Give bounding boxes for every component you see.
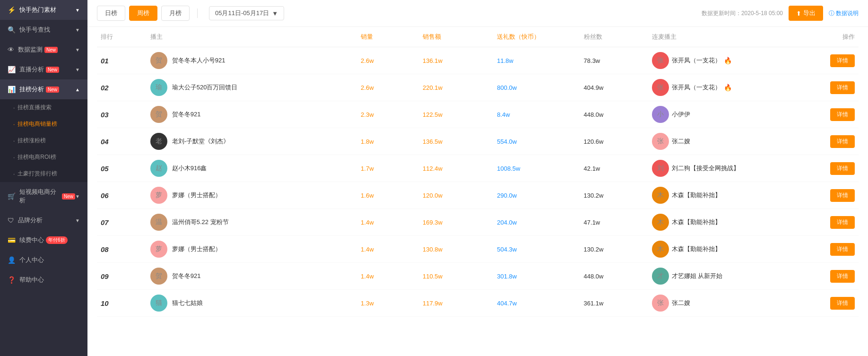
sidebar-sub-label: 土豪打赏排行榜 bbox=[17, 170, 57, 178]
detail-button[interactable]: 详情 bbox=[830, 243, 855, 256]
detail-button[interactable]: 详情 bbox=[830, 162, 855, 175]
sidebar-item-ecom-rank[interactable]: 挂榜电商销量榜 bbox=[0, 116, 87, 132]
link-streamer-name: 张开凤（一支花） bbox=[672, 56, 721, 65]
chevron-down-icon: ▼ bbox=[75, 218, 80, 223]
detail-button[interactable]: 详情 bbox=[830, 108, 855, 121]
amount-cell: 120.0w bbox=[419, 182, 493, 209]
update-time-label: 数据更新时间：2020-5-18 05:00 bbox=[702, 9, 783, 17]
link-streamer-name: 张二嫂 bbox=[672, 299, 690, 307]
op-cell: 详情 bbox=[797, 290, 859, 317]
streamer-cell-wrapper: 贺 贺冬冬本人小号921 bbox=[147, 47, 357, 74]
link-avatar: 小 bbox=[652, 106, 669, 123]
sidebar-sub-label: 挂榜涨粉榜 bbox=[17, 137, 46, 145]
col-header-rank: 排行 bbox=[97, 27, 147, 47]
new-badge: New bbox=[46, 67, 59, 73]
rank-cell: 07 bbox=[97, 209, 147, 236]
rank-cell: 10 bbox=[97, 290, 147, 317]
link-avatar: 木 bbox=[652, 241, 669, 258]
sidebar-item-renew[interactable]: 💳 续费中心 年付6折 bbox=[0, 230, 87, 250]
sales-value: 1.3w bbox=[361, 300, 373, 307]
gift-cell: 504.3w bbox=[493, 236, 580, 263]
fans-cell: 120.6w bbox=[580, 128, 648, 155]
sidebar-sub-label: 挂榜电商ROI榜 bbox=[17, 153, 56, 161]
amount-cell: 117.9w bbox=[419, 290, 493, 317]
streamer-name: 贺冬冬本人小号921 bbox=[172, 56, 226, 65]
detail-button[interactable]: 详情 bbox=[830, 216, 855, 229]
fans-value: 47.1w bbox=[584, 219, 600, 226]
link-avatar: 才 bbox=[652, 268, 669, 285]
table-row: 08 萝 萝娜（男士搭配） 1.4w 130.8w 504.3w 130.2w … bbox=[97, 236, 859, 263]
monitor-icon: 👁 bbox=[8, 46, 14, 53]
rank-cell: 06 bbox=[97, 182, 147, 209]
sidebar-item-hot-materials[interactable]: ⚡ 快手热门素材 ▼ bbox=[0, 0, 87, 20]
detail-button[interactable]: 详情 bbox=[830, 189, 855, 202]
streamer-name: 老刘-子默堂《刘杰》 bbox=[172, 137, 229, 146]
fans-cell: 130.2w bbox=[580, 236, 648, 263]
sidebar-item-tusha-rank[interactable]: 土豪打赏排行榜 bbox=[0, 165, 87, 182]
rank-cell: 03 bbox=[97, 101, 147, 128]
rank-number: 10 bbox=[101, 299, 109, 307]
table-container: 排行 播主 销量 销售额 送礼数（快币） 粉丝数 bbox=[87, 27, 868, 317]
streamer-cell-wrapper: 猫 猫七七姑娘 bbox=[147, 290, 357, 317]
sidebar-item-personal[interactable]: 👤 个人中心 bbox=[0, 250, 87, 270]
avatar: 猫 bbox=[150, 295, 167, 312]
sidebar-item-fans-rank[interactable]: 挂榜涨粉榜 bbox=[0, 132, 87, 149]
streamer-cell-wrapper: 贺 贺冬冬921 bbox=[147, 101, 357, 128]
sidebar-item-label: 品牌分析 bbox=[18, 216, 43, 225]
rank-cell: 02 bbox=[97, 74, 147, 101]
fans-cell: 448.0w bbox=[580, 263, 648, 290]
op-cell: 详情 bbox=[797, 47, 859, 74]
link-avatar: 张 bbox=[652, 295, 669, 312]
gift-value: 504.3w bbox=[497, 246, 517, 253]
sidebar-item-label: 短视频电商分析 bbox=[19, 188, 60, 205]
help-icon: ❓ bbox=[8, 276, 16, 284]
data-explain-link[interactable]: ⓘ 数据说明 bbox=[829, 9, 859, 17]
amount-cell: 169.3w bbox=[419, 209, 493, 236]
rank-number: 05 bbox=[101, 165, 109, 173]
amount-cell: 220.1w bbox=[419, 74, 493, 101]
sidebar-item-roi-rank[interactable]: 挂榜电商ROI榜 bbox=[0, 149, 87, 165]
tab-weekly[interactable]: 周榜 bbox=[129, 6, 157, 21]
gift-cell: 1008.5w bbox=[493, 155, 580, 182]
streamer-cell-wrapper: 温 温州俏哥5.22 宠粉节 bbox=[147, 209, 357, 236]
gift-value: 11.8w bbox=[497, 57, 513, 64]
gift-value: 290.0w bbox=[497, 192, 517, 199]
sidebar-item-rank-analysis[interactable]: 📊 挂榜分析 New ▲ bbox=[0, 79, 87, 99]
sidebar-item-live-search[interactable]: 挂榜直播搜索 bbox=[0, 99, 87, 116]
sidebar-item-data-monitor[interactable]: 👁 数据监测 New ▼ bbox=[0, 40, 87, 60]
tab-daily[interactable]: 日榜 bbox=[97, 6, 125, 21]
link-avatar: 刘 bbox=[652, 160, 669, 177]
link-streamer-cell: 张 张开凤（一支花） 🔥 bbox=[648, 47, 797, 74]
gift-value: 404.7w bbox=[497, 300, 517, 307]
chevron-down-icon: ▼ bbox=[75, 27, 80, 33]
streamer-name: 温州俏哥5.22 宠粉节 bbox=[172, 218, 229, 226]
sales-cell: 1.4w bbox=[357, 263, 419, 290]
detail-button[interactable]: 详情 bbox=[830, 297, 855, 310]
rank-number: 08 bbox=[101, 245, 109, 253]
sidebar-item-brand-analysis[interactable]: 🛡 品牌分析 ▼ bbox=[0, 210, 87, 230]
detail-button[interactable]: 详情 bbox=[830, 135, 855, 148]
detail-button[interactable]: 详情 bbox=[830, 270, 855, 283]
live-icon: 📈 bbox=[8, 66, 16, 73]
avatar: 老 bbox=[150, 133, 167, 150]
avatar: 贺 bbox=[150, 52, 167, 69]
table-row: 07 温 温州俏哥5.22 宠粉节 1.4w 169.3w 204.0w 47.… bbox=[97, 209, 859, 236]
fans-cell: 448.0w bbox=[580, 101, 648, 128]
detail-button[interactable]: 详情 bbox=[830, 81, 855, 94]
sidebar-item-live-analysis[interactable]: 📈 直播分析 New ▼ bbox=[0, 60, 87, 79]
sales-value: 2.3w bbox=[361, 111, 373, 118]
col-header-amount: 销售额 bbox=[419, 27, 493, 47]
date-range-selector[interactable]: 05月11日-05月17日 ▼ bbox=[209, 6, 284, 20]
sidebar-item-short-video[interactable]: 🛒 短视频电商分析 New ▼ bbox=[0, 182, 87, 210]
sales-cell: 1.4w bbox=[357, 209, 419, 236]
sidebar-item-account-search[interactable]: 🔍 快手号查找 ▼ bbox=[0, 20, 87, 40]
streamer-cell-wrapper: 萝 萝娜（男士搭配） bbox=[147, 182, 357, 209]
tab-monthly[interactable]: 月榜 bbox=[161, 6, 190, 21]
sales-value: 1.8w bbox=[361, 138, 373, 145]
detail-button[interactable]: 详情 bbox=[830, 54, 855, 67]
amount-value: 110.5w bbox=[423, 273, 443, 280]
streamer-name: 萝娜（男士搭配） bbox=[172, 245, 221, 253]
amount-value: 117.9w bbox=[423, 300, 443, 307]
export-button[interactable]: ⬆ 导出 bbox=[789, 6, 823, 21]
sidebar-item-help[interactable]: ❓ 帮助中心 bbox=[0, 270, 87, 290]
